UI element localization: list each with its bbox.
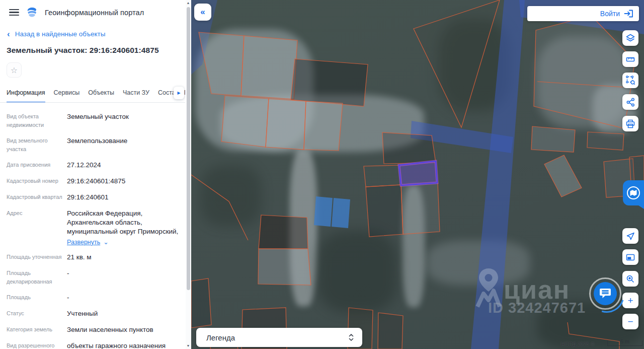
collapse-panel-button[interactable]: «: [194, 4, 211, 21]
search-location-button[interactable]: [622, 271, 638, 287]
field-row: Вид земельного участка Землепользование: [0, 133, 191, 157]
field-row: Площадь уточненная 21 кв. м: [0, 249, 191, 265]
login-label: Войти: [600, 10, 620, 18]
layers-button[interactable]: [622, 30, 638, 46]
field-row: Кадастровый квартал 29:16:240601: [0, 189, 191, 205]
geoportal-app: Геоинформационный портал ‹ Назад в найде…: [0, 0, 644, 349]
login-button[interactable]: Войти: [527, 6, 639, 21]
object-info-panel: Геоинформационный портал ‹ Назад в найде…: [0, 0, 191, 349]
tab-structure[interactable]: Соста: [158, 84, 176, 103]
tab-information[interactable]: Информация: [7, 84, 45, 103]
portal-logo-icon: [26, 7, 38, 18]
panel-scrollbar[interactable]: ▲ ▼: [186, 0, 191, 349]
login-icon: [624, 10, 633, 18]
share-icon: [626, 98, 635, 107]
field-row: Статус Учтенный: [0, 306, 191, 322]
minimap-icon: [626, 253, 635, 262]
legend-label: Легенда: [206, 333, 235, 342]
tab-parts[interactable]: Части ЗУ: [123, 84, 149, 103]
app-title: Геоинформационный портал: [45, 9, 144, 17]
minimap-button[interactable]: [622, 249, 638, 265]
locate-button[interactable]: [622, 228, 638, 244]
field-row: Кадастровый номер 29:16:240601:4875: [0, 173, 191, 189]
scale-label: 5 m: [608, 338, 642, 344]
chevron-down-icon: ⌄: [103, 238, 108, 246]
expand-address-link[interactable]: Развернуть ⌄: [67, 238, 178, 246]
field-row: Вид объекта недвижимости Земельный участ…: [0, 109, 191, 133]
attribute-list: Вид объекта недвижимости Земельный участ…: [0, 103, 191, 349]
legend-toggle[interactable]: Легенда: [196, 328, 362, 347]
tab-next-truncated[interactable]: Г: [184, 84, 185, 103]
map-services-tab[interactable]: [623, 180, 644, 205]
plus-icon: +: [627, 296, 633, 305]
search-location-icon: [626, 274, 635, 284]
scroll-down-icon[interactable]: ▼: [186, 343, 191, 349]
layers-icon: [626, 34, 635, 42]
back-link[interactable]: ‹ Назад в найденные объекты: [7, 30, 183, 38]
field-row: Вид разрешенного использования объекты г…: [0, 338, 191, 349]
chevron-left-icon: ‹: [7, 31, 10, 37]
map-icon: [626, 185, 641, 200]
chevron-up-down-icon: [348, 333, 354, 342]
field-row-address: Адрес Российская Федерация, Архангельска…: [0, 205, 191, 249]
panel-header: Геоинформационный портал: [0, 0, 191, 18]
field-row: Площадь декларированная -: [0, 265, 191, 290]
cadastral-layer[interactable]: [191, 0, 644, 349]
share-button[interactable]: [622, 94, 638, 110]
chat-button[interactable]: [594, 282, 617, 305]
menu-icon[interactable]: [9, 9, 19, 16]
tab-services[interactable]: Сервисы: [54, 84, 80, 103]
favorite-button[interactable]: ☆: [7, 62, 22, 78]
field-row: Дата присвоения 27.12.2024: [0, 157, 191, 173]
chat-widget: [589, 277, 621, 310]
page-title: Земельный участок: 29:16:240601:4875: [7, 46, 183, 55]
scrollbar-thumb[interactable]: [187, 7, 190, 290]
chat-icon: [599, 288, 611, 299]
star-icon: ☆: [11, 65, 18, 75]
tabs-scroll-right-button[interactable]: ▶: [174, 87, 184, 99]
scale-bar: 5 m: [607, 340, 642, 346]
minus-icon: −: [627, 317, 633, 326]
scroll-up-icon[interactable]: ▲: [186, 0, 191, 6]
locate-arrow-icon: [626, 232, 635, 241]
print-button[interactable]: [622, 116, 638, 131]
print-icon: [626, 119, 635, 128]
tab-objects[interactable]: Объекты: [88, 84, 114, 103]
area-select-icon: [626, 76, 635, 85]
field-row: Площадь -: [0, 290, 191, 306]
zoom-out-button[interactable]: −: [622, 314, 638, 329]
address-value: Российская Федерация, Архангельская обла…: [67, 209, 178, 236]
ruler-button[interactable]: [622, 51, 638, 67]
zoom-in-button[interactable]: +: [622, 293, 638, 308]
blue-buildings[interactable]: [314, 196, 350, 228]
map-attribution: НСПД 2025 ©: [561, 341, 595, 347]
back-link-label: Назад в найденные объекты: [15, 30, 106, 38]
map-canvas[interactable]: циан ID 324247671 « Войти: [191, 0, 644, 349]
tab-bar: Информация Сервисы Объекты Части ЗУ Сост…: [0, 84, 185, 103]
chevron-right-icon: ▶: [177, 91, 180, 95]
field-row: Категория земель Земли населенных пункто…: [0, 322, 191, 338]
selected-parcel[interactable]: [399, 161, 437, 185]
double-chevron-left-icon: «: [200, 7, 205, 17]
ruler-icon: [626, 55, 635, 64]
area-select-button[interactable]: [622, 73, 638, 88]
